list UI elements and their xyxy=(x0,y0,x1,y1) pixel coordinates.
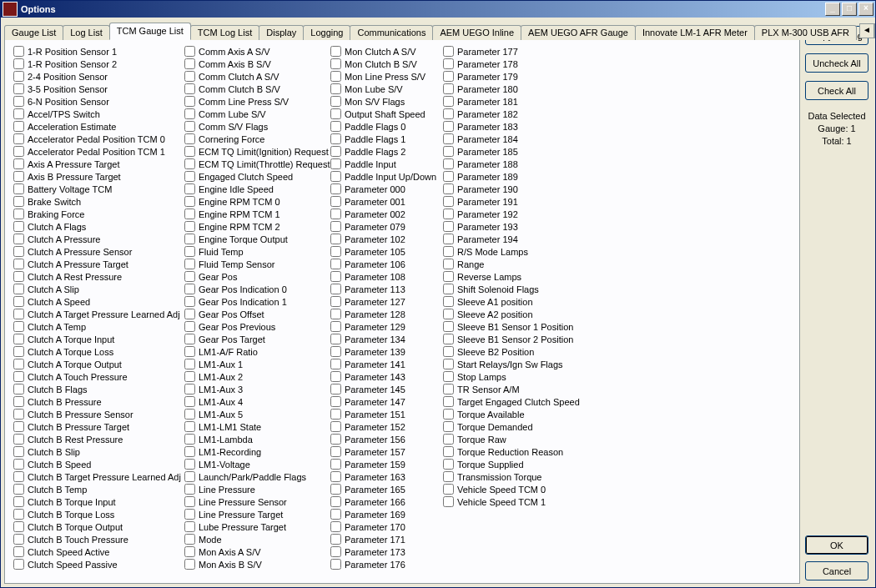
checkbox-label[interactable]: 2-4 Position Sensor xyxy=(28,72,108,82)
checkbox[interactable] xyxy=(330,221,341,232)
checkbox[interactable] xyxy=(184,146,195,157)
checkbox-label[interactable]: Parameter 188 xyxy=(457,159,518,169)
checkbox[interactable] xyxy=(443,246,454,257)
checkbox[interactable] xyxy=(13,559,24,570)
checkbox-label[interactable]: Engine Torque Output xyxy=(199,234,288,244)
checkbox[interactable] xyxy=(443,259,454,269)
checkbox-label[interactable]: Clutch B Pressure xyxy=(28,397,102,407)
checkbox[interactable] xyxy=(184,484,195,495)
checkbox[interactable] xyxy=(13,284,24,294)
checkbox-label[interactable]: Parameter 177 xyxy=(457,47,518,57)
checkbox[interactable] xyxy=(443,434,454,445)
checkbox[interactable] xyxy=(13,209,24,219)
checkbox[interactable] xyxy=(13,446,24,457)
cancel-button[interactable]: Cancel xyxy=(805,561,868,580)
checkbox-label[interactable]: Parameter 190 xyxy=(457,184,518,194)
checkbox-label[interactable]: Paddle Input Up/Down xyxy=(345,172,436,182)
minimize-button[interactable]: _ xyxy=(825,3,840,16)
checkbox-label[interactable]: Parameter 157 xyxy=(345,447,405,457)
checkbox-label[interactable]: Gear Pos Indication 0 xyxy=(199,284,287,294)
checkbox[interactable] xyxy=(184,171,195,182)
checkbox[interactable] xyxy=(13,158,24,169)
checkbox-label[interactable]: Start Relays/Ign Sw Flags xyxy=(457,359,563,369)
checkbox[interactable] xyxy=(184,158,195,169)
checkbox-label[interactable]: Paddle Flags 0 xyxy=(345,122,405,132)
checkbox[interactable] xyxy=(13,371,24,382)
tab-log-list[interactable]: Log List xyxy=(63,25,110,40)
checkbox[interactable] xyxy=(184,346,195,357)
checkbox[interactable] xyxy=(330,271,341,282)
checkbox-label[interactable]: Clutch B Rest Pressure xyxy=(28,435,123,445)
checkbox-label[interactable]: Comm Axis B S/V xyxy=(199,59,271,69)
checkbox[interactable] xyxy=(13,521,24,532)
checkbox[interactable] xyxy=(13,58,24,69)
checkbox[interactable] xyxy=(443,384,454,395)
checkbox-label[interactable]: Fluid Temp xyxy=(199,247,244,257)
checkbox-label[interactable]: Parameter 141 xyxy=(345,359,405,369)
checkbox[interactable] xyxy=(13,509,24,520)
tab-logging[interactable]: Logging xyxy=(303,25,350,40)
checkbox-label[interactable]: Line Pressure Sensor xyxy=(199,497,287,507)
checkbox-label[interactable]: Comm S/V Flags xyxy=(199,122,268,132)
checkbox[interactable] xyxy=(330,96,341,107)
checkbox-label[interactable]: Parameter 002 xyxy=(345,209,405,219)
checkbox-label[interactable]: Parameter 183 xyxy=(457,122,518,132)
checkbox[interactable] xyxy=(443,346,454,357)
checkbox-label[interactable]: Parameter 163 xyxy=(345,472,405,482)
checkbox-label[interactable]: Clutch Speed Active xyxy=(28,547,109,557)
checkbox-label[interactable]: Line Pressure xyxy=(199,485,255,495)
checkbox[interactable] xyxy=(13,534,24,545)
checkbox-label[interactable]: Clutch A Torque Input xyxy=(28,334,114,344)
tab-gauge-list[interactable]: Gauge List xyxy=(4,25,63,40)
checkbox-label[interactable]: Parameter 159 xyxy=(345,460,405,470)
checkbox-label[interactable]: Parameter 185 xyxy=(457,147,518,157)
checkbox[interactable] xyxy=(330,446,341,457)
checkbox-label[interactable]: Parameter 180 xyxy=(457,84,518,94)
checkbox[interactable] xyxy=(443,359,454,369)
checkbox[interactable] xyxy=(330,196,341,207)
checkbox-label[interactable]: Comm Clutch B S/V xyxy=(199,84,280,94)
checkbox-label[interactable]: Gear Pos Previous xyxy=(199,322,275,332)
checkbox-label[interactable]: Parameter 108 xyxy=(345,272,405,282)
checkbox-label[interactable]: Mon Line Press S/V xyxy=(345,72,425,82)
checkbox-label[interactable]: Torque Raw xyxy=(457,435,506,445)
checkbox-label[interactable]: LM1-A/F Ratio xyxy=(199,347,258,357)
checkbox[interactable] xyxy=(443,396,454,407)
checkbox-label[interactable]: Torque Reduction Reason xyxy=(457,447,563,457)
checkbox-label[interactable]: LM1-Lambda xyxy=(199,435,253,445)
checkbox[interactable] xyxy=(184,534,195,545)
checkbox-label[interactable]: 1-R Position Sensor 2 xyxy=(28,59,117,69)
checkbox-label[interactable]: Parameter 151 xyxy=(345,410,405,420)
checkbox[interactable] xyxy=(330,209,341,219)
checkbox-label[interactable]: Braking Force xyxy=(28,209,84,219)
checkbox-label[interactable]: Mon Lube S/V xyxy=(345,84,403,94)
checkbox-label[interactable]: Gear Pos Target xyxy=(199,334,265,344)
checkbox[interactable] xyxy=(443,121,454,132)
checkbox-label[interactable]: Comm Clutch A S/V xyxy=(199,72,279,82)
checkbox-label[interactable]: Stop Lamps xyxy=(457,372,506,382)
checkbox[interactable] xyxy=(184,46,195,57)
checkbox-label[interactable]: Parameter 182 xyxy=(457,109,518,119)
checkbox[interactable] xyxy=(13,121,24,132)
checkbox[interactable] xyxy=(13,321,24,332)
checkbox-label[interactable]: Parameter 152 xyxy=(345,422,405,432)
checkbox-label[interactable]: Mode xyxy=(199,535,222,545)
checkbox[interactable] xyxy=(13,296,24,307)
checkbox-label[interactable]: Parameter 079 xyxy=(345,222,405,232)
checkbox-label[interactable]: Axis B Pressure Target xyxy=(28,172,121,182)
checkbox[interactable] xyxy=(13,108,24,119)
checkbox-label[interactable]: Fluid Temp Sensor xyxy=(199,259,275,269)
checkbox[interactable] xyxy=(13,334,24,344)
checkbox-label[interactable]: Parameter 194 xyxy=(457,234,518,244)
checkbox[interactable] xyxy=(184,396,195,407)
checkbox[interactable] xyxy=(443,58,454,69)
checkbox[interactable] xyxy=(13,471,24,482)
checkbox[interactable] xyxy=(184,221,195,232)
tab-aem-uego-inline[interactable]: AEM UEGO Inline xyxy=(432,25,521,40)
checkbox-label[interactable]: R/S Mode Lamps xyxy=(457,247,528,257)
checkbox-label[interactable]: Range xyxy=(457,259,484,269)
checkbox-label[interactable]: Cornering Force xyxy=(199,134,264,144)
checkbox[interactable] xyxy=(330,133,341,144)
checkbox[interactable] xyxy=(330,284,341,294)
checkbox-label[interactable]: Clutch B Slip xyxy=(28,447,80,457)
